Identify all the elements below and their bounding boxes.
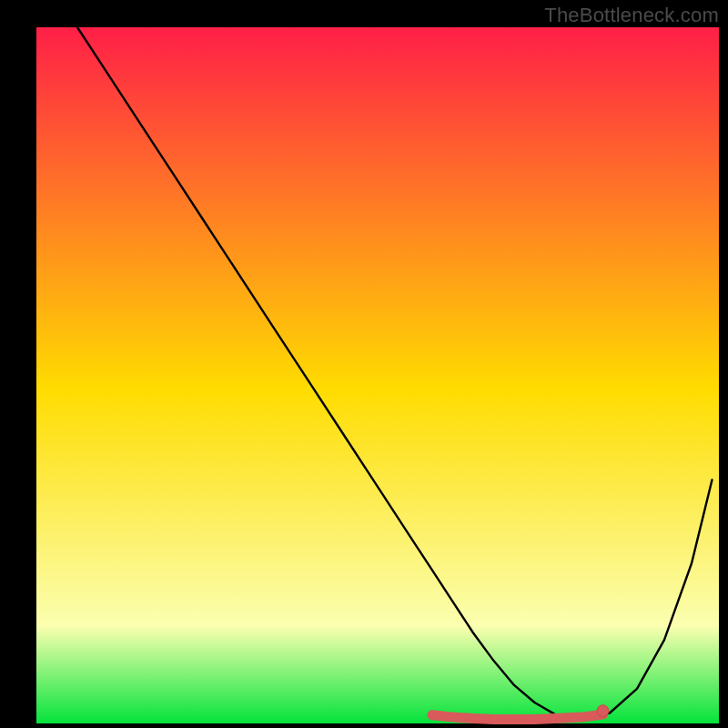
plot-background bbox=[36, 27, 719, 723]
optimal-range-highlight bbox=[432, 714, 603, 719]
selection-marker bbox=[597, 705, 609, 717]
chart-frame: { "watermark": "TheBottleneck.com", "col… bbox=[0, 0, 728, 728]
watermark-text: TheBottleneck.com bbox=[544, 4, 719, 27]
bottleneck-chart bbox=[0, 0, 728, 728]
